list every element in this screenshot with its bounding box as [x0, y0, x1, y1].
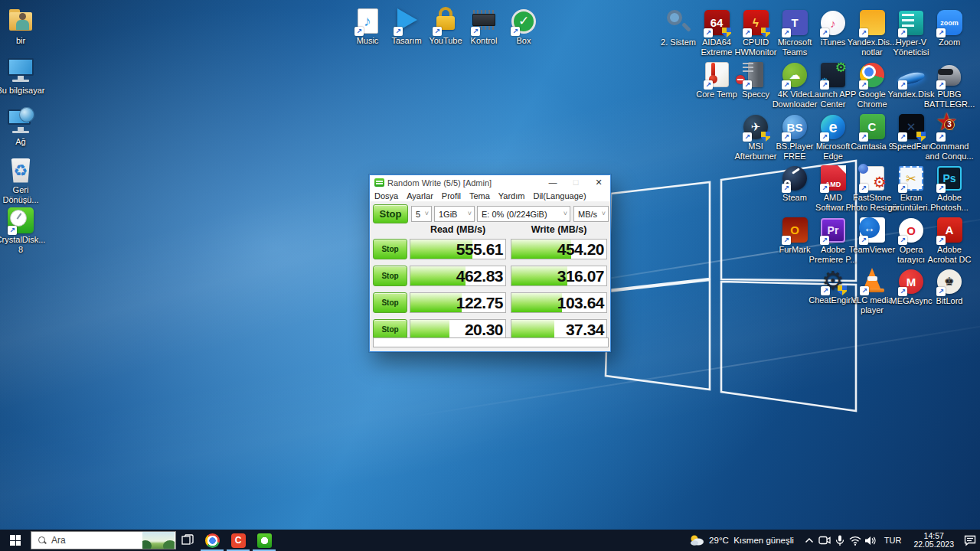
desktop-icon-this-pc[interactable]: Bu bilgisayar	[0, 56, 51, 96]
microphone-tray-button[interactable]	[832, 530, 848, 551]
language-indicator[interactable]: TUR	[878, 536, 908, 545]
search-placeholder: Ara	[51, 535, 142, 546]
search-input[interactable]: Ara	[31, 531, 176, 549]
row-stop-button[interactable]: Stop	[373, 319, 407, 340]
desktop-icon-box[interactable]: ✓↗Box	[493, 6, 554, 46]
menu-item-dil-language-[interactable]: Dil(Language)	[533, 191, 586, 201]
desktop-icon-label: PUBGBATTLEGR...	[919, 90, 980, 109]
desktop-icon-user-folder[interactable]: bir	[0, 6, 51, 46]
shortcut-arrow-icon: ↗	[820, 132, 829, 142]
weather-condition: Kısmen güneşli	[733, 536, 794, 545]
menu-item-dosya[interactable]: Dosya	[374, 191, 398, 201]
taskbar-app-camtasia[interactable]: C	[225, 530, 251, 551]
taskbar-app-crystaldiskmark[interactable]	[251, 530, 277, 551]
shortcut-arrow-icon: ↗	[860, 286, 869, 295]
shortcut-arrow-icon: ↗	[782, 236, 791, 245]
taskbar-apps: C	[199, 530, 277, 551]
read-column-header: Read (MB/s)	[410, 224, 506, 235]
shortcut-arrow-icon: ↗	[936, 28, 946, 37]
desktop-icon-adobe-acrobat-dc[interactable]: A↗AdobeAcrobat DC	[919, 215, 980, 264]
desktop-icon-label: GeriDönüşü...	[0, 185, 51, 204]
desktop-icon-recycle-bin[interactable]: ♻GeriDönüşü...	[0, 155, 51, 204]
tray-chevron-button[interactable]	[802, 530, 817, 551]
menu-bar: DosyaAyarlarProfilTemaYardımDil(Language…	[370, 190, 610, 202]
stop-all-button[interactable]: Stop	[373, 204, 408, 223]
taskbar-clock[interactable]: 14:57 22.05.2023	[907, 532, 960, 549]
shortcut-arrow-icon: ↗	[743, 132, 752, 142]
microphone-icon	[835, 535, 844, 546]
shortcut-arrow-icon: ↗	[859, 184, 868, 193]
search-daily-image	[142, 532, 175, 549]
shortcut-arrow-icon: ↗	[782, 184, 791, 193]
shortcut-arrow-icon: ↗	[859, 132, 868, 142]
search-icon	[38, 536, 46, 544]
benchmark-row-2: Stop462.83316.07	[370, 266, 612, 286]
shortcut-arrow-icon: ↗	[704, 80, 713, 90]
unit-select[interactable]: MB/s˅	[573, 206, 609, 222]
taskbar-app-chrome[interactable]	[199, 530, 225, 551]
desktop-icon-adobe-photoshop[interactable]: Ps↗AdobePhotosh...	[919, 163, 980, 212]
write-value-cell: 454.20	[511, 239, 607, 259]
shortcut-arrow-icon: ↗	[898, 132, 907, 142]
taskbar-weather[interactable]: 29°C Kısmen güneşli	[681, 530, 802, 551]
wifi-icon	[849, 536, 861, 546]
desktop-icon-command-and-conquer[interactable]: ★3↗Commandand Conqu...	[919, 112, 980, 161]
volume-tray-button[interactable]	[863, 530, 878, 551]
crystaldiskmark-icon	[257, 533, 272, 548]
test-count-select[interactable]: 5˅	[411, 206, 432, 222]
desktop-icon-label: Bu bilgisayar	[0, 86, 51, 96]
shortcut-arrow-icon: ↗	[743, 80, 752, 90]
shortcut-arrow-icon: ↗	[782, 132, 791, 142]
progress-bar	[373, 337, 609, 347]
desktop-icon-label: Commandand Conqu...	[919, 142, 980, 161]
desktop-icon-zoom[interactable]: zoom↗Zoom	[919, 8, 980, 47]
read-value-cell: 20.30	[410, 319, 506, 340]
shortcut-arrow-icon: ↗	[8, 226, 17, 235]
row-stop-button[interactable]: Stop	[373, 239, 407, 259]
shortcut-arrow-icon: ↗	[859, 80, 868, 90]
row-stop-button[interactable]: Stop	[373, 266, 407, 286]
crystaldiskmark-window: Random Write (5/5) [Admin] — □ ✕ DosyaAy…	[369, 174, 611, 352]
menu-item-tema[interactable]: Tema	[469, 191, 490, 201]
close-button[interactable]: ✕	[587, 175, 610, 190]
shortcut-arrow-icon: ↗	[782, 28, 791, 37]
menu-item-profil[interactable]: Profil	[442, 191, 461, 201]
chevron-up-icon	[805, 537, 814, 543]
windows-start-icon	[10, 535, 21, 546]
shortcut-arrow-icon: ↗	[898, 80, 907, 90]
drive-select[interactable]: E: 0% (0/224GiB)˅	[477, 206, 570, 222]
shortcut-arrow-icon: ↗	[898, 287, 907, 296]
read-value-cell: 462.83	[410, 266, 506, 286]
shortcut-arrow-icon: ↗	[936, 80, 946, 90]
desktop-icon-bitlord[interactable]: ♚↗BitLord	[919, 266, 980, 306]
shortcut-arrow-icon: ↗	[820, 184, 829, 193]
task-view-button[interactable]	[176, 530, 199, 551]
benchmark-row-1: Stop555.61454.20	[370, 239, 612, 259]
title-bar[interactable]: Random Write (5/5) [Admin] — □ ✕	[370, 175, 610, 190]
action-center-button[interactable]	[960, 530, 980, 551]
read-value-cell: 122.75	[410, 292, 506, 313]
shortcut-arrow-icon: ↗	[898, 28, 907, 37]
shortcut-arrow-icon: ↗	[394, 27, 403, 36]
crystaldiskmark-app-icon	[374, 178, 384, 187]
start-button[interactable]	[0, 530, 31, 551]
desktop-icon-crystaldiskmark-8[interactable]: ↗CrystalDisk...8	[0, 205, 51, 254]
desktop-icon-label: AdobePhotosh...	[919, 193, 980, 212]
taskbar: Ara C 29°C Kısmen güneşli	[0, 530, 980, 551]
shortcut-arrow-icon: ↗	[511, 27, 520, 36]
desktop-icon-network[interactable]: Ağ	[0, 107, 51, 147]
shortcut-arrow-icon: ↗	[820, 28, 829, 37]
row-stop-button[interactable]: Stop	[373, 292, 407, 313]
menu-item-ayarlar[interactable]: Ayarlar	[407, 191, 433, 201]
shortcut-arrow-icon: ↗	[898, 236, 907, 245]
shortcut-arrow-icon: ↗	[743, 28, 752, 37]
minimize-button[interactable]: —	[541, 175, 564, 190]
meet-now-button[interactable]	[817, 530, 832, 551]
desktop-icon-pubg-battlegrounds[interactable]: ↗PUBGBATTLEGR...	[919, 60, 980, 109]
wifi-tray-button[interactable]	[848, 530, 863, 551]
write-value-cell: 316.07	[511, 266, 607, 286]
shortcut-arrow-icon: ↗	[782, 80, 791, 90]
test-size-select[interactable]: 1GiB˅	[434, 206, 475, 222]
menu-item-yard-m[interactable]: Yardım	[498, 191, 525, 201]
camera-icon	[818, 535, 831, 546]
